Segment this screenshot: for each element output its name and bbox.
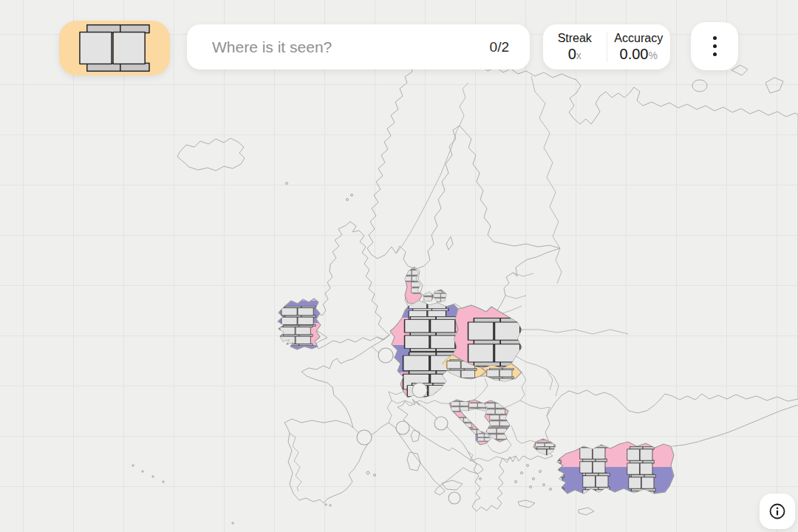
guardrail-decal — [583, 473, 610, 503]
guardrail-decal — [455, 417, 472, 429]
guardrail-decal — [451, 400, 470, 412]
microstate-marker[interactable] — [396, 421, 409, 434]
kebab-menu-icon — [713, 36, 717, 56]
guardrail-decal — [280, 325, 313, 346]
accuracy-stat: Accuracy 0.00% — [607, 24, 671, 69]
guardrail-icon — [78, 24, 151, 72]
microstate-marker[interactable] — [357, 430, 372, 445]
info-button[interactable] — [760, 494, 795, 529]
guardrail-decal — [580, 445, 607, 475]
streak-stat: Streak 0x — [543, 24, 607, 69]
microstate-marker[interactable] — [412, 383, 427, 398]
guardrail-decal — [405, 316, 459, 351]
guess-game-screen: { "game": { "prompt_icon": "guardrail-ic… — [0, 0, 798, 532]
guardrail-decal — [485, 402, 507, 415]
guardrail-decal — [282, 306, 316, 327]
accuracy-value: 0.00% — [620, 46, 658, 63]
microstate-marker[interactable] — [434, 417, 448, 430]
highlighted-countries[interactable] — [278, 267, 674, 494]
accuracy-label: Accuracy — [614, 32, 663, 45]
guardrail-decals — [280, 269, 655, 505]
country-turkey[interactable] — [557, 442, 674, 494]
guardrail-decal — [468, 318, 524, 366]
europe-map[interactable] — [0, 0, 798, 532]
info-icon — [768, 502, 786, 520]
coastlines — [132, 62, 798, 524]
guardrail-decal — [490, 414, 511, 427]
microstate-marker[interactable] — [449, 492, 460, 504]
guardrail-decal — [629, 474, 655, 505]
search-bar[interactable]: 0/2 — [187, 24, 530, 69]
prompt-card — [59, 21, 170, 75]
menu-button[interactable] — [691, 22, 738, 70]
country-borders — [290, 76, 628, 491]
streak-label: Streak — [558, 32, 592, 45]
guardrail-decal — [487, 368, 514, 387]
progress-counter: 0/2 — [490, 39, 509, 55]
streak-value: 0x — [568, 46, 582, 63]
stats-panel: Streak 0x Accuracy 0.00% — [543, 24, 670, 69]
microstate-marker[interactable] — [378, 348, 393, 363]
search-input[interactable] — [211, 38, 490, 57]
guardrail-decal — [627, 446, 654, 477]
